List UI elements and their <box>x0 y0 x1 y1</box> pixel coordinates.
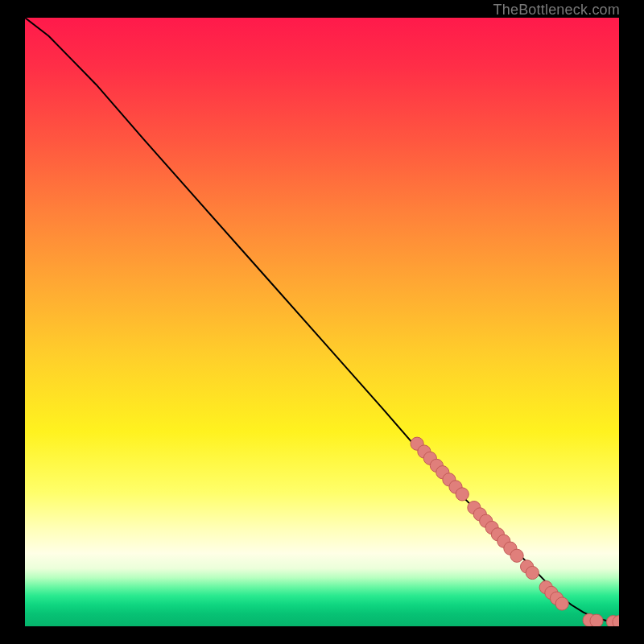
data-marker <box>555 597 568 610</box>
data-marker <box>526 566 539 579</box>
curve-svg <box>25 18 619 626</box>
marker-layer <box>411 437 619 626</box>
curve-line <box>25 18 619 622</box>
plot-area <box>25 18 619 626</box>
attribution-label: TheBottleneck.com <box>493 2 620 19</box>
data-marker <box>510 549 523 562</box>
data-marker <box>590 614 603 626</box>
data-marker <box>456 488 469 501</box>
chart-frame: TheBottleneck.com <box>0 0 644 644</box>
